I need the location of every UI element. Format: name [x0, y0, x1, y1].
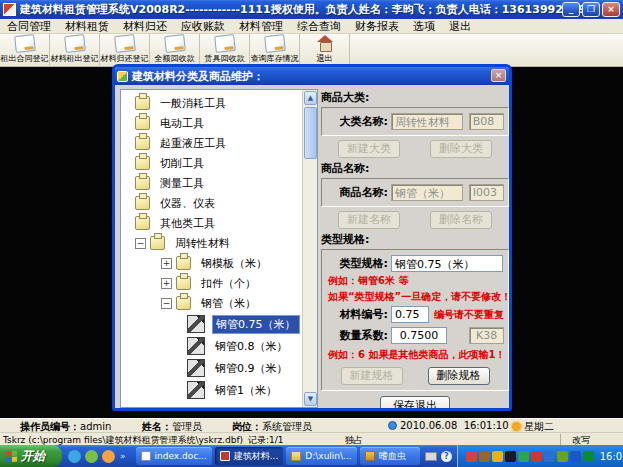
- toolbar-button-contract-register[interactable]: 租出合同登记: [0, 34, 50, 67]
- menu-item-1[interactable]: 合同管理: [0, 19, 58, 34]
- tree-node[interactable]: 钢管0.8（米）: [121, 335, 302, 357]
- restore-button[interactable]: ❐: [582, 2, 600, 17]
- tree-node-label: 电动工具: [157, 115, 207, 132]
- coefficient-input[interactable]: 0.7500: [391, 327, 447, 344]
- product-code-field: I003: [469, 184, 504, 201]
- material-no-label: 材料编号:: [326, 307, 388, 322]
- task-label: 嗜血虫: [379, 450, 406, 463]
- category-section-title: 商品大类:: [321, 90, 509, 105]
- tray-icon-1[interactable]: [466, 451, 477, 462]
- toolbar-button-label: 材料归还登记: [101, 53, 149, 64]
- minimize-button[interactable]: _: [562, 2, 580, 17]
- close-button[interactable]: ×: [602, 2, 620, 17]
- name-value: 管理员: [172, 421, 202, 432]
- task-label: 建筑材料...: [234, 450, 279, 463]
- scrollbar-thumb[interactable]: [304, 107, 317, 159]
- help-icon[interactable]: ?: [441, 451, 452, 462]
- collapse-icon[interactable]: −: [135, 238, 146, 249]
- scroll-up-icon[interactable]: ▲: [304, 91, 317, 105]
- spec-label: 类型规格:: [326, 256, 388, 271]
- toolbar-button-return-register[interactable]: 材料归还登记: [100, 34, 150, 67]
- menu-item-8[interactable]: 选项: [406, 19, 442, 34]
- dialog-close-icon[interactable]: ×: [491, 69, 506, 82]
- menu-item-6[interactable]: 综合查询: [290, 19, 348, 34]
- tree-scrollbar[interactable]: ▲ ▼: [302, 90, 317, 407]
- menu-item-5[interactable]: 材料管理: [232, 19, 290, 34]
- tree-node[interactable]: 切削工具: [121, 153, 302, 173]
- app-icon: [3, 3, 16, 16]
- tray-clock[interactable]: 16:01: [600, 451, 623, 462]
- delete-product-button: 删除名称: [430, 211, 492, 229]
- start-button[interactable]: 开始: [0, 445, 62, 467]
- tray-icon-8[interactable]: [557, 451, 568, 462]
- tree-node-label: 钢管1（米）: [212, 382, 280, 399]
- chevron-icon[interactable]: »: [120, 451, 126, 461]
- tray-icon-9[interactable]: [570, 451, 581, 462]
- tree-node[interactable]: −周转性材料: [121, 233, 302, 253]
- task-buttons: index.doc...建筑材料...D:\xulin\...嗜血虫: [132, 447, 420, 465]
- tray-icon-10[interactable]: [583, 451, 594, 462]
- item-icon: [187, 359, 205, 377]
- tree-node[interactable]: 钢管0.9（米）: [121, 357, 302, 379]
- toolbar-button-rentout-register[interactable]: 材料租出登记: [50, 34, 100, 67]
- tree-node[interactable]: 电动工具: [121, 113, 302, 133]
- tree-node-label: 仪器、仪表: [157, 195, 218, 212]
- keyboard-icon[interactable]: [425, 452, 437, 461]
- detail-panel: 商品大类: 大类名称: 周转性材料 B08 新建大类 删除大类 商品名称: 商品…: [321, 87, 509, 409]
- product-name-label: 商品名称:: [326, 185, 388, 200]
- scroll-down-icon[interactable]: ▼: [304, 392, 317, 406]
- menu-item-2[interactable]: 材料租赁: [58, 19, 116, 34]
- delete-spec-button[interactable]: 删除规格: [428, 367, 490, 385]
- tray-icon-7[interactable]: [544, 451, 555, 462]
- task-button[interactable]: 建筑材料...: [215, 447, 284, 465]
- toolbar-button-query-stock[interactable]: 查询库存情况: [250, 34, 300, 67]
- expand-icon[interactable]: +: [161, 258, 172, 269]
- tree-node-label: 钢管0.8（米）: [212, 338, 291, 355]
- tray-icon-4[interactable]: [505, 451, 516, 462]
- toolbar-button-label: 查询库存情况: [251, 53, 299, 64]
- delete-category-button: 删除大类: [430, 140, 492, 158]
- category-icon: [135, 116, 150, 130]
- coefficient-hint: 例如：6 如果是其他类商品，此项输1！: [328, 348, 504, 362]
- material-no-hint: 编号请不要重复: [434, 308, 504, 322]
- tree-node[interactable]: 测量工具: [121, 173, 302, 193]
- tray-icons: [466, 451, 594, 462]
- menu-item-7[interactable]: 财务报表: [348, 19, 406, 34]
- menu-item-9[interactable]: 退出: [442, 19, 478, 34]
- category-name-field: 周转性材料: [391, 113, 463, 130]
- new-product-button: 新建名称: [338, 211, 400, 229]
- tree-node[interactable]: 起重液压工具: [121, 133, 302, 153]
- tree-node[interactable]: 其他类工具: [121, 213, 302, 233]
- category-icon: [135, 96, 150, 110]
- collapse-icon[interactable]: −: [161, 298, 172, 309]
- menu-item-4[interactable]: 应收账款: [174, 19, 232, 34]
- tray-icon-5[interactable]: [518, 451, 529, 462]
- quick-launch-icon-3[interactable]: [102, 450, 115, 463]
- tree-node[interactable]: +钢模板（米）: [121, 253, 302, 273]
- menu-item-3[interactable]: 材料归还: [116, 19, 174, 34]
- tree-node[interactable]: 钢管0.75（米）: [121, 313, 302, 335]
- game-icon: [365, 451, 375, 461]
- toolbar-button-rent-payment[interactable]: 赁具回收款: [200, 34, 250, 67]
- tree-node[interactable]: −钢管（米）: [121, 293, 302, 313]
- expand-icon[interactable]: +: [161, 278, 172, 289]
- app-icon: [220, 451, 230, 461]
- tree-node[interactable]: 钢管1（米）: [121, 379, 302, 401]
- quick-launch-icon-2[interactable]: [85, 450, 98, 463]
- tray-icon-2[interactable]: [479, 451, 490, 462]
- spec-input[interactable]: 钢管0.75（米）: [391, 255, 503, 272]
- quick-launch: »: [62, 450, 132, 463]
- tray-icon-3[interactable]: [492, 451, 503, 462]
- toolbar-button-exit-home[interactable]: 退出: [300, 34, 350, 67]
- tree-node[interactable]: +扣件（个）: [121, 273, 302, 293]
- tray-icon-6[interactable]: [531, 451, 542, 462]
- tree-node[interactable]: 一般消耗工具: [121, 93, 302, 113]
- save-exit-button[interactable]: 保存退出: [380, 396, 450, 411]
- tree-node[interactable]: 仪器、仪表: [121, 193, 302, 213]
- task-button[interactable]: 嗜血虫: [360, 447, 420, 465]
- material-no-input[interactable]: 0.75: [391, 306, 429, 323]
- toolbar-button-full-payment[interactable]: 全额回收款: [150, 34, 200, 67]
- task-button[interactable]: D:\xulin\...: [286, 447, 356, 465]
- task-button[interactable]: index.doc...: [136, 447, 212, 465]
- quick-launch-icon-1[interactable]: [68, 450, 81, 463]
